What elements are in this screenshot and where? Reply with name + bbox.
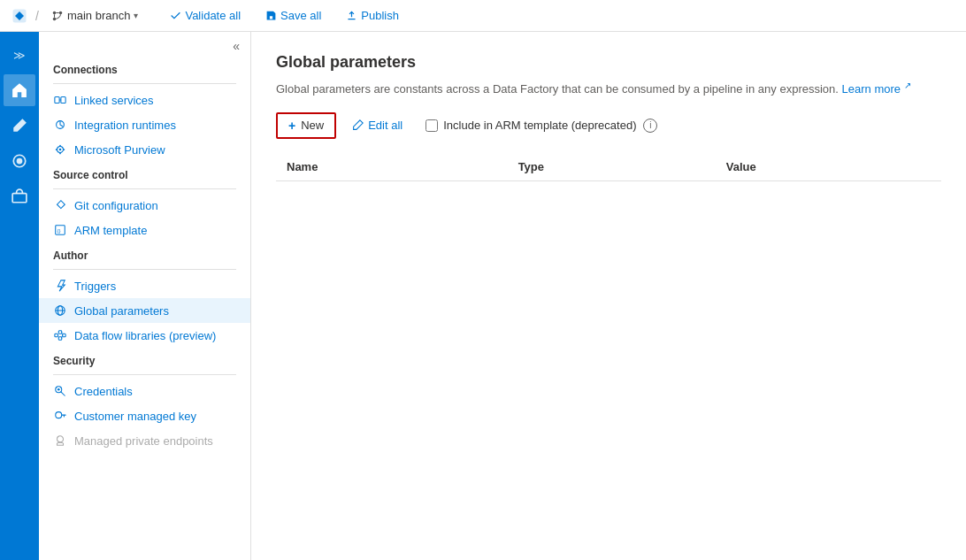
svg-rect-21: [55, 334, 58, 337]
plus-icon: +: [288, 119, 295, 133]
sidebar-item-customer-managed-key[interactable]: Customer managed key: [39, 403, 250, 428]
sidebar-item-data-flow-libraries[interactable]: Data flow libraries (preview): [39, 323, 250, 348]
svg-point-5: [17, 158, 23, 165]
icon-bar-expand[interactable]: ≫: [4, 39, 35, 71]
sidebar-section-author: Author: [39, 242, 250, 265]
linked-services-icon: [53, 93, 67, 107]
icon-bar-monitor[interactable]: [4, 145, 35, 177]
topbar: / main branch ▾ Validate all Save all: [0, 0, 966, 32]
svg-point-27: [56, 412, 62, 418]
validate-all-button[interactable]: Validate all: [165, 7, 246, 24]
edit-all-button[interactable]: Edit all: [343, 114, 411, 136]
edit-icon: [352, 119, 364, 131]
sidebar-divider-connections: [53, 83, 236, 84]
main-layout: ≫ « Connection: [0, 32, 966, 560]
validate-icon: [170, 10, 181, 21]
icon-bar: ≫: [0, 32, 39, 560]
linked-services-label: Linked services: [74, 94, 154, 107]
sidebar-item-git-configuration[interactable]: Git configuration: [39, 193, 250, 218]
briefcase-icon: [12, 188, 27, 204]
svg-point-11: [59, 149, 62, 151]
managed-private-endpoints-label: Managed private endpoints: [74, 434, 213, 448]
arm-checkbox-group: Include in ARM template (deprecated) i: [426, 119, 657, 133]
adf-logo-icon: [11, 7, 28, 25]
parameters-table: Name Type Value: [276, 153, 941, 181]
table-header: Name Type Value: [276, 153, 941, 181]
external-link-icon: ↗: [904, 81, 911, 90]
credentials-icon: [53, 384, 67, 398]
svg-point-14: [56, 149, 58, 150]
info-icon[interactable]: i: [643, 119, 657, 133]
arm-template-label: ARM template: [74, 224, 147, 237]
arm-checkbox-label[interactable]: Include in ARM template (deprecated): [443, 119, 636, 132]
private-endpoint-icon: [53, 433, 67, 448]
save-all-button[interactable]: Save all: [260, 7, 326, 24]
new-button[interactable]: + New: [276, 112, 336, 139]
collapse-btn[interactable]: «: [229, 37, 243, 55]
sidebar-divider-source: [53, 188, 236, 189]
sidebar-item-arm-template[interactable]: {} ARM template: [39, 218, 250, 242]
home-icon: [12, 82, 27, 98]
integration-runtimes-label: Integration runtimes: [74, 119, 176, 132]
customer-managed-key-label: Customer managed key: [74, 410, 196, 423]
trigger-icon: [53, 279, 67, 293]
monitor-icon: [12, 153, 27, 169]
global-parameters-icon: [53, 303, 67, 318]
icon-bar-home[interactable]: [4, 74, 35, 106]
content-toolbar: + New Edit all Include in ARM template (…: [276, 112, 941, 139]
credentials-label: Credentials: [74, 385, 133, 398]
triggers-label: Triggers: [74, 280, 116, 293]
key-icon: [53, 409, 67, 423]
svg-text:{}: {}: [58, 227, 61, 234]
purview-icon: [53, 142, 67, 157]
integration-runtimes-icon: [53, 118, 67, 132]
svg-rect-23: [58, 337, 62, 341]
sidebar-item-linked-services[interactable]: Linked services: [39, 88, 250, 112]
global-parameters-label: Global parameters: [74, 304, 169, 318]
svg-point-1: [53, 11, 57, 14]
publish-button[interactable]: Publish: [341, 7, 404, 24]
sidebar-divider-author: [53, 269, 236, 270]
svg-point-2: [59, 11, 63, 14]
svg-rect-7: [55, 97, 59, 104]
svg-point-13: [59, 153, 61, 155]
sidebar-collapse[interactable]: «: [39, 32, 250, 57]
svg-rect-6: [12, 194, 27, 203]
sidebar-item-global-parameters[interactable]: Global parameters: [39, 298, 250, 323]
git-configuration-label: Git configuration: [74, 199, 158, 212]
svg-point-12: [59, 145, 61, 147]
branch-label: main branch: [67, 9, 131, 22]
topbar-actions: Validate all Save all Publish: [165, 7, 404, 24]
sidebar-item-managed-private-endpoints: Managed private endpoints: [39, 428, 250, 453]
arm-template-checkbox[interactable]: [426, 119, 438, 132]
pencil-icon: [12, 118, 27, 134]
column-value: Value: [716, 153, 941, 181]
microsoft-purview-label: Microsoft Purview: [74, 143, 165, 157]
branch-selector[interactable]: main branch ▾: [46, 7, 144, 24]
column-name: Name: [276, 153, 508, 181]
arm-icon: {}: [53, 223, 67, 237]
save-icon: [265, 10, 277, 21]
svg-rect-8: [61, 97, 65, 104]
git-icon: [53, 198, 67, 212]
icon-bar-manage[interactable]: [4, 180, 35, 212]
icon-bar-author[interactable]: [4, 110, 35, 142]
svg-point-26: [58, 388, 60, 391]
sidebar-section-security: Security: [39, 348, 250, 371]
sidebar-item-triggers[interactable]: Triggers: [39, 273, 250, 298]
branch-chevron-icon: ▾: [134, 11, 138, 20]
sidebar-item-credentials[interactable]: Credentials: [39, 379, 250, 403]
svg-point-15: [64, 149, 65, 150]
column-type: Type: [508, 153, 716, 181]
sidebar-item-integration-runtimes[interactable]: Integration runtimes: [39, 112, 250, 137]
svg-rect-22: [58, 331, 62, 334]
sidebar-item-microsoft-purview[interactable]: Microsoft Purview: [39, 137, 250, 162]
page-description: Global parameters are constants across a…: [276, 79, 941, 98]
dataflow-icon: [53, 328, 67, 342]
breadcrumb-separator: /: [35, 9, 39, 23]
publish-icon: [346, 10, 357, 21]
data-flow-libraries-label: Data flow libraries (preview): [74, 329, 216, 342]
learn-more-link[interactable]: Learn more ↗: [842, 82, 911, 96]
sidebar: « Connections Linked services Inte: [39, 32, 251, 560]
sidebar-divider-security: [53, 374, 236, 375]
